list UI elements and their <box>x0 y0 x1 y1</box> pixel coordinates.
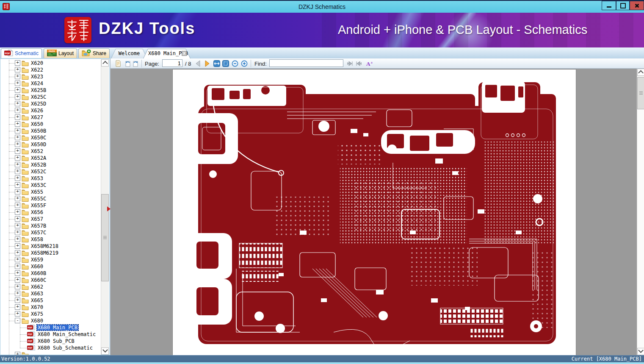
close-tab-icon[interactable]: x <box>182 51 187 56</box>
expand-icon[interactable]: + <box>15 216 20 222</box>
tree-folder-row[interactable]: +X662 <box>0 283 101 290</box>
expand-icon[interactable]: + <box>15 169 20 174</box>
tree-folder-row[interactable]: + <box>0 351 101 355</box>
document-tab-welcome[interactable]: Welcome <box>111 49 147 58</box>
tab-layout[interactable]: PADS Layout <box>44 48 77 58</box>
expand-icon[interactable]: + <box>15 203 20 208</box>
tree-folder-row[interactable]: +X660C <box>0 277 101 283</box>
expand-icon[interactable]: + <box>15 67 20 72</box>
tree-folder-row[interactable]: +X675 <box>0 311 101 317</box>
expand-icon[interactable]: + <box>15 142 20 147</box>
expand-icon[interactable]: + <box>15 189 20 195</box>
expand-icon[interactable]: + <box>15 94 20 100</box>
tree-folder-row[interactable]: +X659 <box>0 256 101 263</box>
tree-folder-row[interactable]: +X658M6218 <box>0 243 101 250</box>
tree-folder-row[interactable]: +X625B <box>0 87 101 94</box>
tree-folder-row[interactable]: +X624 <box>0 80 101 87</box>
expand-icon[interactable]: + <box>15 230 20 235</box>
tree-folder-row[interactable]: +X653C <box>0 182 101 189</box>
expand-icon[interactable]: + <box>15 250 20 256</box>
tree-folder-row[interactable]: +X652A <box>0 155 101 161</box>
expand-icon[interactable]: + <box>15 209 20 215</box>
tree-folder-row[interactable]: +X652C <box>0 168 101 175</box>
tree-folder-row[interactable]: +X620 <box>0 60 101 67</box>
expand-icon[interactable]: + <box>15 155 20 161</box>
tree-folder-row[interactable]: +X625D <box>0 100 101 107</box>
expand-icon[interactable]: + <box>15 87 20 93</box>
tree-folder-row[interactable]: +X655F <box>0 202 101 209</box>
scroll-down-icon[interactable] <box>637 348 644 355</box>
tree-document-row[interactable]: PDFX680 Main_PCB <box>0 324 101 331</box>
scroll-down-icon[interactable] <box>101 347 109 355</box>
tree-folder-row[interactable]: +X650B <box>0 128 101 134</box>
splitter-collapse-icon[interactable] <box>107 206 111 211</box>
expand-icon[interactable]: + <box>15 297 20 303</box>
expand-icon[interactable]: + <box>15 257 20 262</box>
maximize-icon[interactable] <box>616 1 630 10</box>
viewer-canvas[interactable] <box>111 69 644 355</box>
tree-folder-row[interactable]: +X660B <box>0 270 101 277</box>
expand-icon[interactable]: + <box>15 81 20 86</box>
document-tab-x680-main-pcb[interactable]: X680 Main_PCB x <box>143 49 191 58</box>
fit-width-icon[interactable] <box>213 60 220 67</box>
tree-folder-row[interactable]: +X655C <box>0 195 101 202</box>
fit-page-icon[interactable] <box>222 60 229 67</box>
zoom-in-icon[interactable] <box>241 60 248 67</box>
tree-folder-row[interactable]: +X627 <box>0 114 101 121</box>
expand-icon[interactable]: + <box>15 311 20 317</box>
next-page-icon[interactable] <box>204 60 211 67</box>
copy-page-icon[interactable] <box>115 60 122 67</box>
minimize-icon[interactable] <box>602 1 616 10</box>
expand-icon[interactable]: + <box>15 264 20 269</box>
find-input[interactable] <box>269 59 343 67</box>
tree-document-row[interactable]: PDFX680 Sub_PCB <box>0 338 101 345</box>
tree-folder-row[interactable]: +X652 <box>0 148 101 155</box>
expand-icon[interactable]: + <box>15 101 20 106</box>
close-icon[interactable] <box>630 1 644 10</box>
tree-folder-row[interactable]: +X650C <box>0 134 101 141</box>
expand-icon[interactable]: + <box>15 135 20 140</box>
tab-schematic[interactable]: PDF Schematic <box>1 48 42 58</box>
expand-icon[interactable]: + <box>15 243 20 249</box>
expand-icon[interactable]: + <box>15 182 20 188</box>
tree-folder-row[interactable]: -X680 <box>0 317 101 324</box>
expand-icon[interactable]: + <box>15 291 20 296</box>
scroll-up-icon[interactable] <box>637 69 644 76</box>
expand-icon[interactable]: + <box>15 223 20 228</box>
find-next-icon[interactable] <box>355 60 362 67</box>
tree-folder-row[interactable]: +X650 <box>0 121 101 128</box>
tree-folder-row[interactable]: +X656 <box>0 209 101 216</box>
viewer-scrollbar[interactable] <box>637 69 644 355</box>
tree-folder-row[interactable]: +X626 <box>0 107 101 114</box>
expand-icon[interactable]: + <box>15 236 20 242</box>
expand-icon[interactable]: + <box>15 270 20 276</box>
tree-folder-row[interactable]: +X657C <box>0 229 101 236</box>
tree-folder-row[interactable]: +X623 <box>0 73 101 80</box>
expand-icon[interactable]: + <box>15 162 20 167</box>
rotate-right-icon[interactable] <box>132 60 139 67</box>
expand-icon[interactable]: + <box>15 352 20 355</box>
tab-share[interactable]: Share <box>78 48 110 58</box>
tree-document-row[interactable]: PDFX680 Sub_Schematic <box>0 345 101 351</box>
tree-folder-row[interactable]: +X663 <box>0 290 101 297</box>
expand-icon[interactable]: + <box>15 284 20 289</box>
expand-icon[interactable]: + <box>15 128 20 133</box>
expand-icon[interactable]: + <box>15 121 20 127</box>
tree-folder-row[interactable]: +X665 <box>0 297 101 304</box>
page-number-input[interactable] <box>162 59 182 67</box>
tree-folder-row[interactable]: +X650D <box>0 141 101 148</box>
tree-folder-row[interactable]: +X655 <box>0 189 101 195</box>
scroll-up-icon[interactable] <box>101 59 109 67</box>
tree-folder-row[interactable]: +X660 <box>0 263 101 270</box>
scrollbar-thumb[interactable] <box>637 77 644 109</box>
prev-page-icon[interactable] <box>195 60 202 67</box>
expand-icon[interactable]: + <box>15 108 20 113</box>
expand-icon[interactable]: + <box>15 74 20 79</box>
zoom-out-icon[interactable] <box>232 60 238 67</box>
tree-folder-row[interactable]: +X658 <box>0 236 101 243</box>
tree-folder-row[interactable]: +X670 <box>0 304 101 311</box>
tree-folder-row[interactable]: +X657B <box>0 222 101 229</box>
expand-icon[interactable]: + <box>15 114 20 120</box>
expand-icon[interactable]: + <box>15 60 20 66</box>
tree-folder-row[interactable]: +X658M6219 <box>0 250 101 256</box>
